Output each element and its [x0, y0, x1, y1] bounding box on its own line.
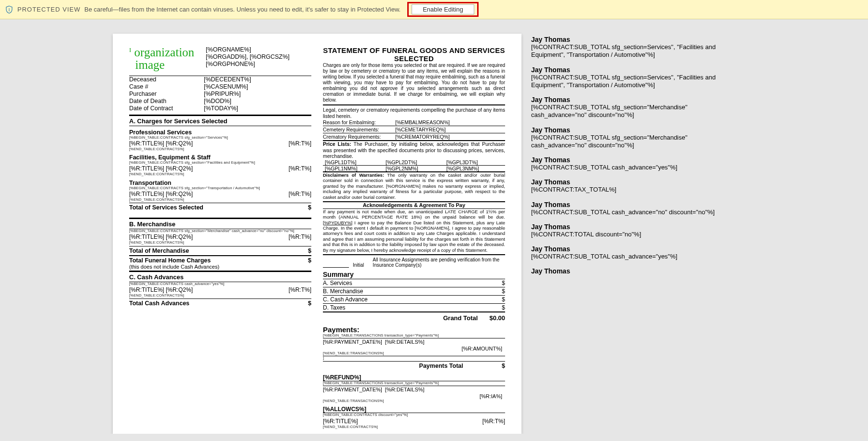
- date-contract-label: Date of Contract: [129, 105, 204, 112]
- summary-b-val: $: [502, 288, 505, 295]
- grand-total-label: Grand Total: [443, 314, 478, 322]
- org-phone: [%ORGPHONE%]: [206, 61, 255, 67]
- prof-title-q2: [%R:TITLE%] [%R:Q2%]: [129, 140, 193, 147]
- cash-begin-tag: [%BEGIN_TABLE:CONTRACTS cash_advance="ye…: [129, 282, 311, 286]
- comment-author: Jay Thomas: [531, 66, 724, 74]
- dod-label: Date of Death: [129, 98, 204, 104]
- protected-view-desc: Be careful—files from the Internet can c…: [84, 6, 401, 13]
- summary-b: B. Merchandise: [323, 288, 363, 295]
- comment-item[interactable]: Jay Thomas[%CONTRACT:SUB_TOTAL cash_adva…: [531, 201, 724, 216]
- date-contract-value: [%TODAY%]: [204, 105, 238, 112]
- section-a-head: A. Charges for Services Selected: [129, 115, 311, 126]
- left-column: I organization image [%ORGNAME%] [%ORGAD…: [129, 46, 311, 429]
- summary-c-val: $: [502, 296, 505, 303]
- comment-item[interactable]: Jay Thomas: [531, 267, 724, 275]
- pay-details: [%R:DETAILS%]: [385, 339, 449, 345]
- gpl1dt: [%GPL1DT%]: [323, 159, 384, 166]
- comment-author: Jay Thomas: [531, 267, 724, 275]
- disc-end-tag: [%END_TABLE:CONTRACTS%]: [323, 425, 505, 429]
- pay-ia: [%R:IA%]: [449, 393, 505, 399]
- case-value: [%CASENUM%]: [204, 83, 248, 90]
- disclaimers-lead: Disclaimers of Warranties:: [323, 172, 384, 178]
- initial-label: Initial: [353, 262, 364, 268]
- comment-body: [%CONTRACT:SUB_TOTAL cash_advance="no" d…: [531, 208, 724, 216]
- comment-author: Jay Thomas: [531, 156, 724, 164]
- total-services-val: $: [308, 204, 311, 211]
- right-column: STATEMENT OF FUNERAL GOODS AND SERVICES …: [323, 46, 505, 429]
- comment-item[interactable]: Jay Thomas[%CONTRACT:SUB_TOTAL sfg_secti…: [531, 36, 724, 59]
- total-cash-label: Total Cash Advances: [129, 300, 189, 307]
- svg-point-0: [9, 8, 10, 9]
- refund-tag: [%REFUND%]: [323, 374, 505, 381]
- trans-title-q2: [%R:TITLE%] [%R:Q2%]: [129, 191, 193, 197]
- embalm-reason-value: [%EMBALMREASON%]: [395, 119, 505, 126]
- crematory-req-label: Crematory Requirements:: [323, 133, 395, 140]
- org-address: [%ORGADD%], [%ORGCSZ%]: [206, 53, 290, 60]
- payments-begin-tag: [%BEGIN_TABLE:TRANSACTIONS transaction_t…: [323, 334, 505, 337]
- total-merch-val: $: [308, 247, 311, 254]
- comment-author: Jay Thomas: [531, 201, 724, 208]
- comment-item[interactable]: Jay Thomas[%CONTRACT:SUB_TOTAL sfg_secti…: [531, 126, 724, 150]
- comment-body: [%CONTRACT:SUB_TOTAL sfg_section=Service…: [531, 43, 724, 59]
- gpl2dt: [%GPL2DT%]: [384, 159, 444, 166]
- merch-title-q2: [%R:TITLE%] [%R:Q2%]: [129, 233, 193, 240]
- cemetery-req-value: [%CEMETARYREQ%]: [395, 126, 505, 133]
- payments-total-val: $: [502, 363, 505, 369]
- summary-a: A. Services: [323, 280, 352, 286]
- allowcs-tag: [%ALLOWCS%]: [323, 406, 505, 413]
- merch-begin-tag: [%BEGIN_TABLE:CONTRACTS sfg_section="Mer…: [129, 229, 311, 233]
- comment-item[interactable]: Jay Thomas[%CONTRACT:TAX_TOTAL%]: [531, 178, 724, 194]
- merch-end-tag: [%END_TABLE:CONTRACTS%]: [129, 241, 311, 245]
- insurance-pending: All Insurance Assignments are pending ve…: [364, 257, 505, 268]
- comment-item[interactable]: Jay Thomas[%CONTRACT:SUB_TOTAL cash_adva…: [531, 245, 724, 260]
- document-page: I organization image [%ORGNAME%] [%ORGAD…: [113, 34, 521, 434]
- statement-title: STATEMENT OF FUNERAL GOODS AND SERVICES …: [323, 46, 505, 63]
- protected-view-bar: PROTECTED VIEW Be careful—files from the…: [0, 0, 868, 19]
- gpl2nm: [%GPL2NM%]: [384, 166, 444, 171]
- disc-rt: [%R:T%]: [482, 418, 505, 425]
- cash-advance-note: (this does not include Cash Advances): [129, 264, 311, 272]
- enable-editing-button[interactable]: Enable Editing: [412, 4, 474, 14]
- comment-author: Jay Thomas: [531, 223, 724, 231]
- payments-end-tag2: [%END_TABLE:TRANSACTIONS%]: [323, 399, 505, 403]
- acknowledgements-head: Acknowledgements & Agreement To Pay: [323, 201, 505, 209]
- payments-head: Payments:: [323, 325, 505, 334]
- comment-author: Jay Thomas: [531, 36, 724, 43]
- pay-amount: [%R:AMOUNT%]: [449, 346, 505, 351]
- comment-item[interactable]: Jay Thomas[%CONTRACT:SUB_TOTAL cash_adva…: [531, 156, 724, 171]
- cash-rt: [%R:T%]: [289, 286, 311, 293]
- price-lists-lead: Price Lists:: [323, 141, 351, 147]
- transportation-head: Transportation: [129, 180, 311, 186]
- total-services-label: Total of Services Selected: [129, 204, 203, 211]
- comment-item[interactable]: Jay Thomas[%CONTRACT:TOTAL discount="no"…: [531, 223, 724, 238]
- pay-date: [%R:PAYMENT_DATE%]: [323, 339, 385, 345]
- ack-pyduby: [%PYDUBY%]: [323, 220, 352, 225]
- statement-p1: Charges are only for those items you sel…: [323, 63, 505, 103]
- fac-end-tag: [%END_TABLE:CONTRACTS%]: [129, 172, 311, 176]
- embalm-reason-label: Reason for Embalming:: [323, 119, 395, 126]
- comment-body: [%CONTRACT:SUB_TOTAL sfg_section="Mercha…: [531, 104, 724, 119]
- deceased-label: Deceased: [129, 76, 204, 83]
- trans-end-tag: [%END_TABLE:CONTRACTS%]: [129, 198, 311, 202]
- shield-icon: [5, 5, 13, 14]
- section-c-head: C. Cash Advances: [129, 272, 311, 282]
- initial-slot[interactable]: [323, 267, 349, 268]
- organization-image-placeholder: I organization image: [129, 46, 194, 72]
- gpl3dt: [%GPL3DT%]: [444, 159, 505, 166]
- disc-title: [%R:TITLE%]: [323, 418, 358, 425]
- merch-rt: [%R:T%]: [289, 233, 311, 240]
- crematory-req-value: [%CREMATORYREQ%]: [395, 133, 505, 140]
- fac-title-q2: [%R:TITLE%] [%R:Q2%]: [129, 165, 193, 172]
- section-b-head: B. Merchandise: [129, 218, 311, 229]
- statement-p2: Legal, cemetery or crematory requirement…: [323, 107, 505, 119]
- left-gutter: [0, 19, 113, 434]
- facilities-head: Facilities, Equipment & Staff: [129, 154, 311, 161]
- total-fh-label: Total Funeral Home Charges: [129, 257, 211, 264]
- gpl3nm: [%GPL3NM%]: [444, 166, 505, 171]
- grand-total-value: $0.00: [489, 314, 505, 322]
- comment-item[interactable]: Jay Thomas[%CONTRACT:SUB_TOTAL sfg_secti…: [531, 66, 724, 90]
- comment-author: Jay Thomas: [531, 178, 724, 186]
- comment-item[interactable]: Jay Thomas[%CONTRACT:SUB_TOTAL sfg_secti…: [531, 96, 724, 119]
- summary-c: C. Cash Advance: [323, 296, 368, 303]
- comment-author: Jay Thomas: [531, 126, 724, 134]
